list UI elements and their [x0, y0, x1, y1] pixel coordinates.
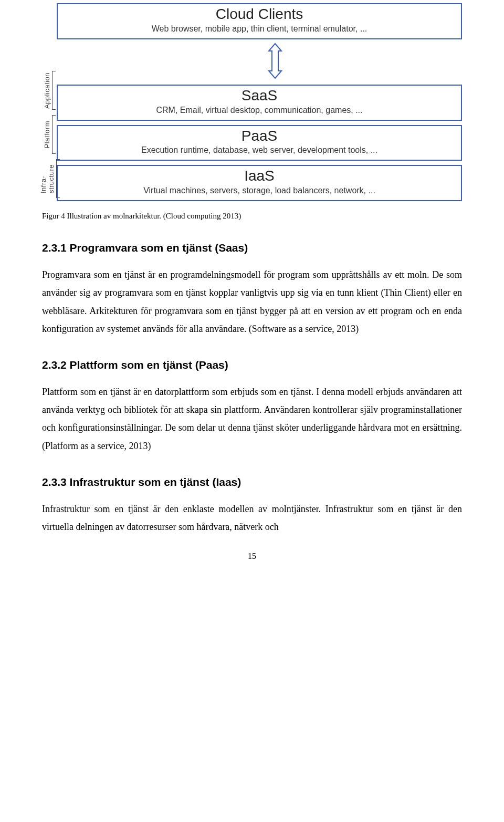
diagram-side-labels: Application Platform Infra- structure: [42, 3, 57, 201]
diagram-box-clients-subtitle: Web browser, mobile app, thin client, te…: [61, 24, 458, 34]
diagram-box-paas-title: PaaS: [61, 128, 458, 144]
side-label-application: Application: [43, 72, 51, 109]
side-label-infra-1: Infra-: [39, 164, 47, 193]
body-2-3-3: Infrastruktur som en tjänst är den enkla…: [42, 500, 462, 536]
diagram-box-clients-title: Cloud Clients: [61, 6, 458, 23]
diagram-box-paas: PaaS Execution runtime, database, web se…: [57, 125, 462, 161]
cloud-diagram: Application Platform Infra- structure Cl…: [42, 3, 462, 201]
heading-2-3-3: 2.3.3 Infrastruktur som en tjänst (Iaas): [42, 476, 462, 488]
heading-2-3-1: 2.3.1 Programvara som en tjänst (Saas): [42, 242, 462, 254]
diagram-box-saas: SaaS CRM, Email, virtual desktop, commun…: [57, 85, 462, 121]
diagram-box-iaas: IaaS Virtual machines, servers, storage,…: [57, 165, 462, 201]
heading-2-3-2: 2.3.2 Plattform som en tjänst (Paas): [42, 359, 462, 371]
body-2-3-1: Programvara som en tjänst är en programd…: [42, 266, 462, 338]
diagram-box-iaas-subtitle: Virtual machines, servers, storage, load…: [61, 185, 458, 196]
body-2-3-2: Plattform som en tjänst är en datorplatt…: [42, 383, 462, 455]
page-number: 15: [42, 552, 462, 561]
double-arrow-icon: [88, 43, 462, 81]
side-label-platform: Platform: [43, 121, 51, 148]
diagram-box-clients: Cloud Clients Web browser, mobile app, t…: [57, 3, 462, 39]
diagram-box-saas-title: SaaS: [61, 88, 458, 104]
side-label-infra-2: structure: [47, 164, 55, 193]
figure-caption: Figur 4 Illustration av molnarkitektur. …: [42, 212, 462, 221]
diagram-box-saas-subtitle: CRM, Email, virtual desktop, communicati…: [61, 105, 458, 116]
diagram-box-paas-subtitle: Execution runtime, database, web server,…: [61, 145, 458, 155]
diagram-box-iaas-title: IaaS: [61, 168, 458, 184]
